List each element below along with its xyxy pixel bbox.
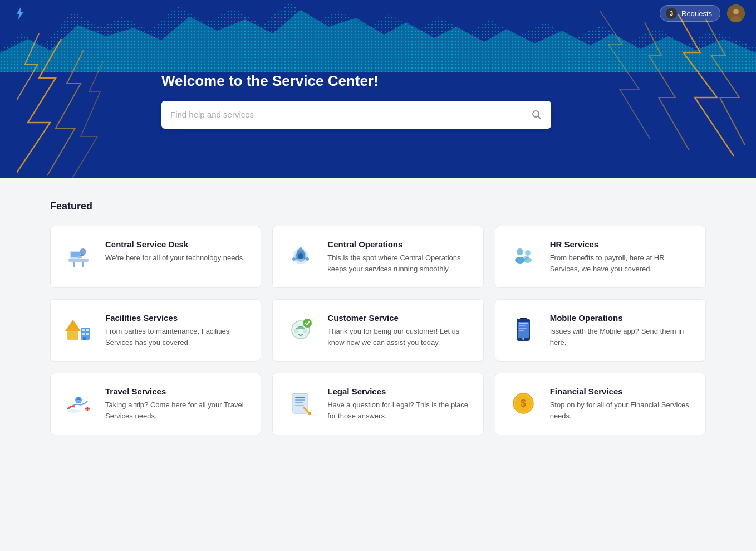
- card-icon-fin: $: [507, 387, 540, 420]
- svg-rect-8: [82, 262, 84, 267]
- card-body-financial-services: Financial Services Stop on by for all of…: [550, 387, 694, 421]
- svg-rect-27: [86, 329, 89, 331]
- card-icon-travel: [62, 387, 95, 420]
- svg-point-32: [294, 329, 298, 333]
- card-icon-fac: [62, 313, 95, 347]
- card-central-operations[interactable]: Central Operations This is the spot wher…: [272, 226, 483, 288]
- card-body-central-operations: Central Operations This is the spot wher…: [327, 240, 472, 274]
- svg-marker-24: [65, 320, 81, 331]
- svg-point-15: [298, 253, 303, 259]
- card-desc-customer-service: Thank you for being our customer! Let us…: [327, 326, 472, 348]
- card-facilities-services[interactable]: Facilities Services From parties to main…: [50, 299, 261, 362]
- lightning-left-decoration: [17, 33, 139, 178]
- svg-rect-29: [86, 333, 89, 335]
- svg-rect-42: [519, 330, 524, 331]
- card-desc-mobile-operations: Issues with the Mobile app? Send them in…: [550, 326, 694, 348]
- svg-rect-12: [77, 256, 82, 258]
- card-customer-service[interactable]: Customer Service Thank you for being our…: [272, 299, 483, 362]
- card-mobile-operations[interactable]: Mobile Operations Issues with the Mobile…: [495, 299, 706, 362]
- search-icon: [531, 109, 542, 120]
- card-icon-mob: [507, 313, 540, 347]
- app-logo[interactable]: [11, 4, 29, 22]
- svg-rect-26: [82, 329, 85, 331]
- requests-button[interactable]: 3 Requests: [660, 5, 720, 22]
- featured-title: Featured: [50, 201, 706, 212]
- svg-point-46: [67, 409, 81, 413]
- card-travel-services[interactable]: Travel Services Taking a trip? Come here…: [50, 373, 261, 435]
- card-financial-services[interactable]: $ Financial Services Stop on by for all …: [495, 373, 706, 435]
- card-desc-financial-services: Stop on by for all of your Financial Ser…: [550, 399, 694, 421]
- card-body-hr-services: HR Services From benefits to payroll, he…: [550, 240, 694, 274]
- card-title-hr-services: HR Services: [550, 240, 694, 249]
- card-desc-travel-services: Taking a trip? Come here for all your Tr…: [105, 399, 249, 421]
- card-title-legal-services: Legal Services: [327, 387, 472, 396]
- avatar[interactable]: [727, 4, 745, 22]
- card-body-legal-services: Legal Services Have a question for Legal…: [327, 387, 472, 421]
- card-title-central-service-desk: Central Service Desk: [105, 240, 245, 249]
- hero-section: 3 Requests Welcome to the Service Center…: [0, 0, 756, 178]
- card-body-facilities-services: Facilities Services From parties to main…: [105, 313, 249, 348]
- card-icon-desk: [62, 240, 95, 273]
- svg-point-17: [306, 257, 309, 261]
- svg-point-11: [80, 248, 86, 255]
- card-icon-cust: [284, 313, 317, 347]
- hero-title: Welcome to the Service Center!: [161, 72, 551, 90]
- svg-rect-41: [519, 328, 527, 329]
- card-desc-hr-services: From benefits to payroll, here at HR Ser…: [550, 252, 694, 274]
- svg-rect-6: [68, 259, 89, 262]
- card-title-financial-services: Financial Services: [550, 387, 694, 396]
- main-content: Featured Central Service Desk We're here…: [0, 178, 756, 457]
- svg-rect-30: [83, 337, 86, 340]
- svg-rect-52: [295, 405, 304, 406]
- lightning-right-decoration: [567, 11, 745, 167]
- svg-point-19: [517, 248, 523, 255]
- card-title-facilities-services: Facilities Services: [105, 313, 249, 323]
- svg-point-2: [733, 9, 739, 14]
- requests-label: Requests: [681, 9, 712, 18]
- svg-point-34: [303, 319, 312, 328]
- svg-line-5: [538, 116, 541, 119]
- featured-cards-grid: Central Service Desk We're here for all …: [50, 226, 706, 435]
- svg-point-44: [76, 400, 81, 402]
- svg-point-21: [525, 250, 531, 256]
- svg-point-33: [303, 329, 307, 333]
- card-desc-legal-services: Have a question for Legal? This is the p…: [327, 399, 472, 421]
- card-title-mobile-operations: Mobile Operations: [550, 313, 694, 323]
- card-body-customer-service: Customer Service Thank you for being our…: [327, 313, 472, 348]
- card-body-mobile-operations: Mobile Operations Issues with the Mobile…: [550, 313, 694, 348]
- card-desc-central-operations: This is the spot where Central Operation…: [327, 252, 472, 274]
- card-body-central-service-desk: Central Service Desk We're here for all …: [105, 240, 245, 264]
- svg-point-18: [292, 257, 296, 261]
- svg-rect-7: [73, 262, 75, 267]
- card-icon-ops: [284, 240, 317, 273]
- search-input[interactable]: [170, 110, 531, 119]
- card-legal-services[interactable]: Legal Services Have a question for Legal…: [272, 373, 483, 435]
- svg-rect-28: [82, 333, 85, 335]
- svg-point-38: [522, 338, 524, 340]
- svg-rect-49: [295, 397, 305, 398]
- navbar: 3 Requests: [0, 0, 756, 27]
- card-central-service-desk[interactable]: Central Service Desk We're here for all …: [50, 226, 261, 288]
- svg-rect-23: [67, 331, 78, 340]
- navbar-right: 3 Requests: [660, 4, 745, 22]
- card-title-travel-services: Travel Services: [105, 387, 249, 396]
- svg-rect-37: [520, 318, 527, 319]
- card-body-travel-services: Travel Services Taking a trip? Come here…: [105, 387, 249, 421]
- card-desc-facilities-services: From parties to maintenance, Facilities …: [105, 326, 249, 348]
- card-hr-services[interactable]: HR Services From benefits to payroll, he…: [495, 226, 706, 288]
- card-icon-hr: [507, 240, 540, 273]
- requests-count: 3: [666, 8, 677, 19]
- svg-rect-39: [519, 323, 528, 324]
- svg-rect-40: [519, 325, 526, 326]
- svg-text:$: $: [521, 398, 526, 409]
- svg-point-16: [299, 247, 302, 251]
- hero-content: Welcome to the Service Center!: [161, 72, 551, 129]
- search-bar[interactable]: [161, 101, 551, 129]
- svg-rect-50: [295, 399, 305, 401]
- svg-rect-51: [295, 402, 303, 403]
- card-icon-legal: [284, 387, 317, 420]
- card-title-central-operations: Central Operations: [327, 240, 472, 249]
- svg-point-53: [308, 412, 311, 415]
- card-desc-central-service-desk: We're here for all of your technology ne…: [105, 252, 245, 264]
- card-title-customer-service: Customer Service: [327, 313, 472, 323]
